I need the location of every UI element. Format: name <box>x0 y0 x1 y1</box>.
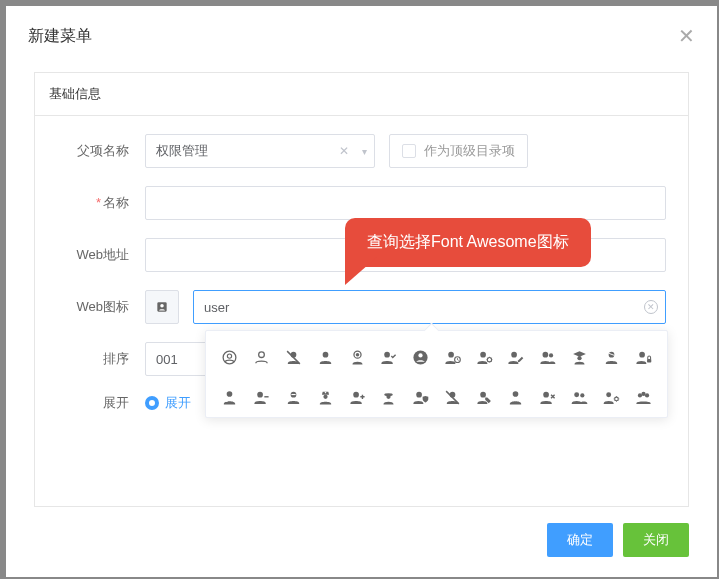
users-cog-icon[interactable] <box>597 385 625 409</box>
user-check-icon[interactable] <box>375 345 403 369</box>
user-clock-icon[interactable] <box>439 345 467 369</box>
close-icon[interactable]: ✕ <box>678 24 695 48</box>
close-button[interactable]: 关闭 <box>623 523 689 557</box>
row-parent: 父项名称 ✕ ▾ 作为顶级目录项 <box>45 134 666 168</box>
user-astronaut-icon[interactable] <box>343 345 371 369</box>
expand-radio-label: 展开 <box>165 394 191 412</box>
user-icon[interactable] <box>311 345 339 369</box>
user-edit-icon[interactable] <box>502 345 530 369</box>
clear-icon[interactable]: ✕ <box>339 144 349 158</box>
new-menu-modal: 新建菜单 ✕ 基础信息 父项名称 ✕ ▾ 作为顶级目录项 <box>6 6 717 577</box>
user-shield-icon[interactable] <box>407 385 435 409</box>
form-panel: 基础信息 父项名称 ✕ ▾ 作为顶级目录项 *名称 <box>34 72 689 507</box>
row-name: *名称 <box>45 186 666 220</box>
row-web-icon: Web图标 ✕ 查询选择Font Awesome图标 <box>45 290 666 324</box>
user-nurse-icon[interactable] <box>311 385 339 409</box>
form-body: 父项名称 ✕ ▾ 作为顶级目录项 *名称 <box>35 116 688 432</box>
parent-select[interactable]: ✕ ▾ <box>145 134 375 168</box>
icon-preview-button[interactable] <box>145 290 179 324</box>
user-slash-alt-icon[interactable] <box>439 385 467 409</box>
label-name: *名称 <box>45 194 145 212</box>
id-card-icon <box>155 300 169 314</box>
user-friends-icon[interactable] <box>534 345 562 369</box>
user-ninja-icon[interactable] <box>280 385 308 409</box>
user-cog-icon[interactable] <box>470 345 498 369</box>
user-md-icon[interactable] <box>216 385 244 409</box>
modal-title: 新建菜单 <box>28 26 92 47</box>
sort-input[interactable] <box>145 342 209 376</box>
user-plus-icon[interactable] <box>343 385 371 409</box>
users-icon[interactable] <box>566 385 594 409</box>
chevron-down-icon: ▾ <box>362 146 367 157</box>
user-secret-icon[interactable] <box>375 385 403 409</box>
user-graduate-icon[interactable] <box>566 345 594 369</box>
user-circle-o-icon[interactable] <box>216 345 244 369</box>
label-sort: 排序 <box>45 350 145 368</box>
label-expand: 展开 <box>45 394 145 412</box>
label-web-icon: Web图标 <box>45 298 145 316</box>
label-parent: 父项名称 <box>45 142 145 160</box>
section-title: 基础信息 <box>35 73 688 116</box>
icon-picker-dropdown <box>205 330 668 418</box>
as-top-label: 作为顶级目录项 <box>424 142 515 160</box>
expand-radio[interactable]: 展开 <box>145 394 191 412</box>
modal-header: 新建菜单 ✕ <box>6 6 717 62</box>
user-o-icon[interactable] <box>248 345 276 369</box>
clear-circle-icon[interactable]: ✕ <box>644 300 658 314</box>
user-times-icon[interactable] <box>534 385 562 409</box>
name-input[interactable] <box>145 186 666 220</box>
as-top-checkbox[interactable]: 作为顶级目录项 <box>389 134 528 168</box>
user-minus-icon[interactable] <box>248 385 276 409</box>
users-group-icon[interactable] <box>629 385 657 409</box>
icon-search-input[interactable] <box>193 290 666 324</box>
user-slash-icon[interactable] <box>280 345 308 369</box>
checkbox-icon <box>402 144 416 158</box>
modal-footer: 确定 关闭 <box>6 507 717 577</box>
ok-button[interactable]: 确定 <box>547 523 613 557</box>
radio-icon <box>145 396 159 410</box>
user-injured-icon[interactable] <box>597 345 625 369</box>
user-tag-icon[interactable] <box>470 385 498 409</box>
user-lock-icon[interactable] <box>629 345 657 369</box>
user-circle-icon[interactable] <box>407 345 435 369</box>
user-tie-icon[interactable] <box>502 385 530 409</box>
callout-tooltip: 查询选择Font Awesome图标 <box>345 218 591 267</box>
label-web-url: Web地址 <box>45 246 145 264</box>
